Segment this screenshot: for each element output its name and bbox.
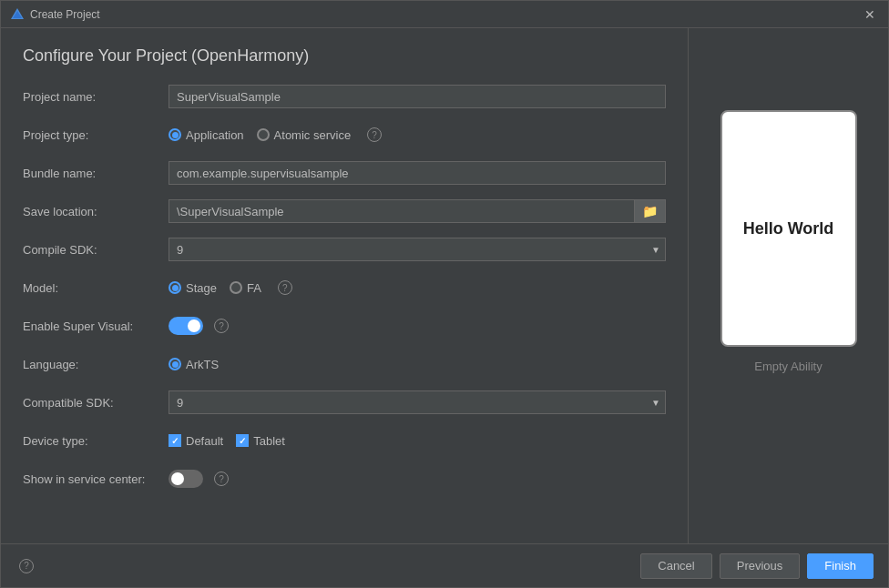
bundle-name-input[interactable] bbox=[169, 161, 666, 185]
service-center-toggle[interactable] bbox=[169, 470, 203, 488]
super-visual-row: Enable Super Visual: ? bbox=[23, 313, 666, 339]
project-type-help-icon[interactable]: ? bbox=[367, 127, 382, 142]
project-name-input[interactable] bbox=[169, 85, 666, 108]
super-visual-help-icon[interactable]: ? bbox=[214, 319, 229, 333]
compatible-sdk-control: 9 10 11 ▼ bbox=[169, 390, 666, 414]
service-center-help-icon[interactable]: ? bbox=[214, 471, 229, 486]
page-title: Configure Your Project (OpenHarmony) bbox=[23, 46, 666, 66]
language-radio-group: ArkTS bbox=[169, 358, 666, 371]
previous-button[interactable]: Previous bbox=[720, 553, 801, 579]
compatible-sdk-label: Compatible SDK: bbox=[23, 396, 169, 410]
compile-sdk-row: Compile SDK: 9 10 11 ▼ bbox=[23, 237, 666, 262]
radio-stage-label: Stage bbox=[186, 281, 217, 295]
checkbox-tablet-check-icon: ✓ bbox=[239, 436, 246, 446]
checkbox-default-label: Default bbox=[186, 434, 223, 448]
compile-sdk-select[interactable]: 9 10 11 bbox=[169, 238, 666, 261]
finish-button[interactable]: Finish bbox=[807, 553, 874, 579]
compatible-sdk-select-wrapper: 9 10 11 ▼ bbox=[169, 390, 666, 414]
preview-template-label: Empty Ability bbox=[754, 360, 822, 373]
radio-fa[interactable]: FA bbox=[230, 281, 261, 295]
footer-help-button[interactable]: ? bbox=[15, 559, 34, 573]
checkbox-tablet-box: ✓ bbox=[236, 434, 249, 447]
super-visual-control: ? bbox=[169, 317, 666, 335]
model-label: Model: bbox=[23, 281, 169, 295]
radio-application-label: Application bbox=[186, 128, 244, 142]
close-button[interactable]: ✕ bbox=[861, 7, 879, 22]
toggle-track bbox=[169, 317, 203, 335]
radio-application[interactable]: Application bbox=[169, 128, 244, 142]
project-type-radio-group: Application Atomic service ? bbox=[169, 127, 666, 142]
checkbox-default-check-icon: ✓ bbox=[171, 436, 179, 446]
browse-folder-button[interactable]: 📁 bbox=[634, 200, 665, 222]
checkbox-tablet-label: Tablet bbox=[253, 434, 285, 448]
device-type-checkbox-group: ✓ Default ✓ Tablet bbox=[169, 434, 666, 448]
service-center-toggle-thumb bbox=[171, 472, 184, 485]
project-name-row: Project name: bbox=[23, 84, 666, 109]
compile-sdk-select-wrapper: 9 10 11 ▼ bbox=[169, 238, 666, 261]
footer-buttons: Cancel Previous Finish bbox=[640, 553, 874, 579]
device-type-control: ✓ Default ✓ Tablet bbox=[169, 434, 666, 448]
radio-arkts-circle bbox=[169, 358, 181, 370]
compile-sdk-control: 9 10 11 ▼ bbox=[169, 238, 666, 261]
radio-fa-label: FA bbox=[247, 281, 261, 295]
service-center-toggle-group: ? bbox=[169, 470, 666, 488]
language-control: ArkTS bbox=[169, 358, 666, 371]
radio-application-circle bbox=[169, 128, 181, 141]
preview-section: Hello World Empty Ability bbox=[688, 28, 888, 543]
preview-phone: Hello World bbox=[720, 110, 857, 347]
save-location-wrapper: 📁 bbox=[169, 199, 666, 223]
dialog-body: Configure Your Project (OpenHarmony) Pro… bbox=[1, 28, 888, 543]
compatible-sdk-row: Compatible SDK: 9 10 11 ▼ bbox=[23, 390, 666, 415]
super-visual-label: Enable Super Visual: bbox=[23, 319, 169, 333]
model-control: Stage FA ? bbox=[169, 280, 666, 295]
device-type-label: Device type: bbox=[23, 434, 169, 448]
radio-fa-circle bbox=[230, 281, 242, 294]
create-project-dialog: Create Project ✕ Configure Your Project … bbox=[0, 0, 889, 588]
footer-help-icon[interactable]: ? bbox=[19, 559, 34, 573]
save-location-label: Save location: bbox=[23, 205, 169, 218]
radio-atomic-service[interactable]: Atomic service bbox=[257, 128, 352, 142]
bundle-name-label: Bundle name: bbox=[23, 167, 169, 180]
model-help-icon[interactable]: ? bbox=[278, 280, 292, 295]
radio-arkts[interactable]: ArkTS bbox=[169, 358, 219, 371]
dialog-title: Create Project bbox=[30, 8, 100, 21]
bundle-name-row: Bundle name: bbox=[23, 160, 666, 186]
service-center-control: ? bbox=[169, 470, 666, 488]
app-logo-icon bbox=[10, 7, 25, 22]
model-row: Model: Stage FA ? bbox=[23, 275, 666, 300]
cancel-button[interactable]: Cancel bbox=[640, 553, 711, 579]
compatible-sdk-select[interactable]: 9 10 11 bbox=[169, 390, 666, 414]
checkbox-default-box: ✓ bbox=[169, 434, 181, 447]
project-type-control: Application Atomic service ? bbox=[169, 127, 666, 142]
checkbox-tablet[interactable]: ✓ Tablet bbox=[236, 434, 285, 448]
super-visual-toggle-group: ? bbox=[169, 317, 666, 335]
service-center-toggle-track bbox=[169, 470, 203, 488]
form-section: Configure Your Project (OpenHarmony) Pro… bbox=[1, 28, 688, 543]
toggle-thumb bbox=[188, 319, 200, 332]
service-center-label: Show in service center: bbox=[23, 472, 169, 486]
device-type-row: Device type: ✓ Default ✓ bbox=[23, 428, 666, 453]
language-label: Language: bbox=[23, 358, 169, 371]
project-type-row: Project type: Application Atomic service… bbox=[23, 122, 666, 147]
title-bar: Create Project ✕ bbox=[1, 1, 888, 28]
project-type-label: Project type: bbox=[23, 128, 169, 142]
radio-atomic-service-label: Atomic service bbox=[274, 128, 352, 142]
save-location-control: 📁 bbox=[169, 199, 666, 223]
language-row: Language: ArkTS bbox=[23, 351, 666, 377]
radio-arkts-label: ArkTS bbox=[186, 358, 219, 371]
radio-stage[interactable]: Stage bbox=[169, 281, 217, 295]
radio-atomic-service-circle bbox=[257, 128, 270, 141]
preview-hello-text: Hello World bbox=[743, 219, 834, 238]
service-center-row: Show in service center: ? bbox=[23, 466, 666, 492]
checkbox-default[interactable]: ✓ Default bbox=[169, 434, 223, 448]
title-bar-left: Create Project bbox=[10, 7, 100, 22]
project-name-control bbox=[169, 85, 666, 108]
radio-stage-circle bbox=[169, 281, 181, 294]
super-visual-toggle[interactable] bbox=[169, 317, 203, 335]
save-location-input[interactable] bbox=[169, 202, 634, 221]
project-name-label: Project name: bbox=[23, 90, 169, 104]
model-radio-group: Stage FA ? bbox=[169, 280, 666, 295]
dialog-footer: ? Cancel Previous Finish bbox=[1, 543, 888, 587]
save-location-row: Save location: 📁 bbox=[23, 198, 666, 224]
bundle-name-control bbox=[169, 161, 666, 185]
